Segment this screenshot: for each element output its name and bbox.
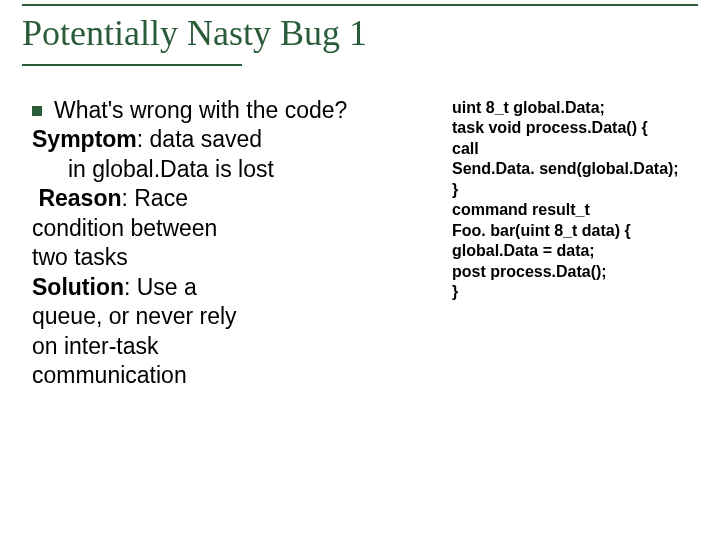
code-line: global.Data = data; bbox=[452, 241, 704, 261]
reason-line-2: condition between bbox=[32, 214, 432, 243]
body-text: What's wrong with the code? Symptom: dat… bbox=[32, 96, 432, 390]
symptom-line-1: Symptom: data saved bbox=[32, 125, 432, 154]
reason-line-1: Reason: Race bbox=[32, 184, 432, 213]
code-line: post process.Data(); bbox=[452, 262, 704, 282]
code-line: task void process.Data() { bbox=[452, 118, 704, 138]
symptom-line-2: in global.Data is lost bbox=[32, 155, 432, 184]
code-line: call bbox=[452, 139, 704, 159]
code-block: uint 8_t global.Data; task void process.… bbox=[452, 98, 704, 303]
bullet-item: What's wrong with the code? bbox=[32, 96, 432, 125]
title-block: Potentially Nasty Bug 1 bbox=[22, 4, 698, 66]
slide: Potentially Nasty Bug 1 What's wrong wit… bbox=[0, 0, 720, 540]
slide-title: Potentially Nasty Bug 1 bbox=[22, 6, 698, 64]
code-line: uint 8_t global.Data; bbox=[452, 98, 704, 118]
solution-line-4: communication bbox=[32, 361, 432, 390]
code-line: } bbox=[452, 282, 704, 302]
solution-line-3: on inter-task bbox=[32, 332, 432, 361]
solution-line-2: queue, or never rely bbox=[32, 302, 432, 331]
code-line: } bbox=[452, 180, 704, 200]
square-bullet-icon bbox=[32, 106, 42, 116]
code-line: command result_t bbox=[452, 200, 704, 220]
reason-line-3: two tasks bbox=[32, 243, 432, 272]
question-text: What's wrong with the code? bbox=[54, 96, 347, 125]
code-line: Send.Data. send(global.Data); bbox=[452, 159, 704, 179]
code-line: Foo. bar(uint 8_t data) { bbox=[452, 221, 704, 241]
title-rule-bottom bbox=[22, 64, 242, 66]
solution-line-1: Solution: Use a bbox=[32, 273, 432, 302]
